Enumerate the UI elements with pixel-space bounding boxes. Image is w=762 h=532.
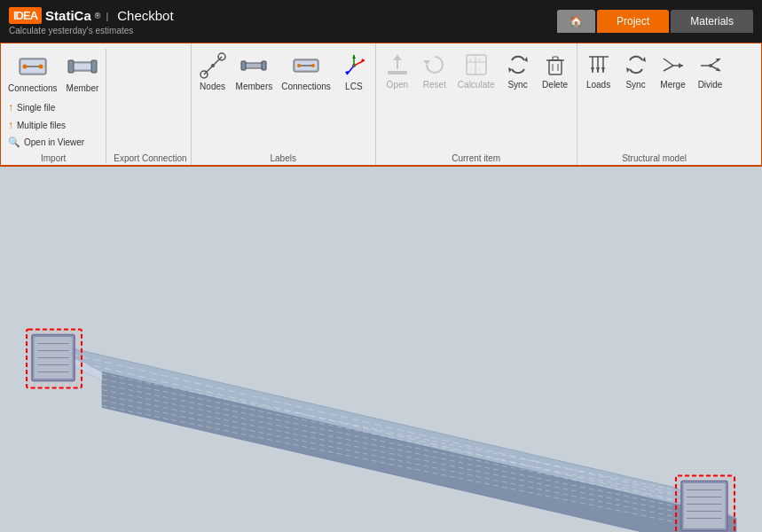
ribbon: Connections Member ↑ Single fi <box>0 43 762 167</box>
svg-marker-52 <box>601 67 605 73</box>
svg-marker-58 <box>679 63 683 68</box>
svg-point-4 <box>38 65 43 69</box>
label-lcs-button[interactable]: LCS <box>336 49 372 94</box>
current-reset-button[interactable]: Reset <box>417 49 452 92</box>
canvas-area <box>0 167 762 532</box>
connections-label: Connections <box>281 82 331 91</box>
svg-rect-15 <box>262 61 266 70</box>
structural-merge-button[interactable]: Merge <box>656 49 691 92</box>
svg-rect-13 <box>243 63 264 68</box>
svg-marker-29 <box>393 55 402 60</box>
label-members-button[interactable]: Members <box>232 49 277 94</box>
connections-large-icon <box>18 51 48 82</box>
structural-section-label: Structural model <box>622 153 687 163</box>
svg-rect-14 <box>241 61 246 70</box>
sync2-icon <box>623 51 649 78</box>
logo-box: IDEA <box>9 7 42 24</box>
svg-point-3 <box>22 65 27 69</box>
single-file-label: Single file <box>17 103 55 113</box>
ribbon-section-labels: Nodes Members Conn <box>192 43 376 165</box>
connections-label-icon <box>292 51 320 80</box>
logo-area: IDEA StatiCa ® | Checkbot Calculate yest… <box>9 7 174 35</box>
svg-text:+: + <box>469 57 473 62</box>
merge-label: Merge <box>660 80 685 90</box>
svg-marker-50 <box>591 67 594 73</box>
svg-marker-54 <box>626 67 630 73</box>
svg-marker-65 <box>40 341 736 519</box>
current-open-button[interactable]: Open <box>380 49 415 92</box>
svg-text:÷: ÷ <box>478 66 482 72</box>
svg-rect-30 <box>388 71 407 74</box>
tab-home[interactable]: 🏠 <box>557 10 595 33</box>
delete-icon <box>542 51 569 78</box>
svg-text:−: − <box>469 66 473 72</box>
structural-loads-button[interactable]: Loads <box>581 49 617 92</box>
lcs-label: LCS <box>345 82 362 91</box>
svg-point-12 <box>211 64 215 67</box>
current-item-section-label: Current item <box>452 153 500 163</box>
svg-line-56 <box>664 66 673 71</box>
structural-sync-label: Sync <box>625 80 645 90</box>
ribbon-section-structural: Loads Sync Merge <box>577 43 732 165</box>
loads-icon <box>585 51 612 78</box>
viewer-icon: 🔍 <box>8 137 20 148</box>
svg-rect-84 <box>27 330 82 388</box>
export-connection-section-label: Export Connection <box>114 153 186 163</box>
svg-marker-40 <box>508 67 512 73</box>
import-connections-button[interactable]: Connections <box>4 49 61 96</box>
open-label: Open <box>387 80 408 90</box>
svg-point-19 <box>297 64 301 67</box>
beam-visualization <box>0 167 762 532</box>
open-icon <box>384 51 411 78</box>
current-delete-button[interactable]: Delete <box>538 49 573 92</box>
calculate-label: Calculate <box>458 80 495 90</box>
structural-sync-button[interactable]: Sync <box>618 49 654 92</box>
top-bar: IDEA StatiCa ® | Checkbot Calculate yest… <box>0 0 762 43</box>
members-label: Members <box>236 82 273 91</box>
structural-divide-button[interactable]: Divide <box>693 49 728 92</box>
reset-label: Reset <box>423 80 446 90</box>
registered-mark: ® <box>95 12 101 20</box>
lcs-icon <box>340 51 368 80</box>
label-connections-button[interactable]: Connections <box>278 49 334 94</box>
loads-label: Loads <box>586 80 610 90</box>
import-single-file-button[interactable]: ↑ Single file <box>4 99 88 115</box>
tab-materials[interactable]: Materials <box>671 10 753 33</box>
label-nodes-button[interactable]: Nodes <box>195 49 231 94</box>
import-member-button[interactable]: Member <box>63 49 103 96</box>
delete-label: Delete <box>542 80 568 90</box>
single-file-icon: ↑ <box>8 101 13 113</box>
import-connections-label: Connections <box>8 83 58 93</box>
import-multiple-files-button[interactable]: ↑ Multiple files <box>4 117 88 133</box>
divide-icon <box>697 51 724 78</box>
sync-icon <box>505 51 531 78</box>
multiple-files-icon: ↑ <box>8 119 13 131</box>
nodes-label: Nodes <box>200 82 225 91</box>
svg-marker-66 <box>102 372 736 533</box>
svg-point-27 <box>352 64 356 67</box>
sync-label: Sync <box>507 80 527 90</box>
current-sync-button[interactable]: Sync <box>500 49 536 92</box>
members-icon <box>240 51 268 80</box>
divide-label: Divide <box>698 80 723 90</box>
svg-marker-51 <box>596 67 600 73</box>
nodes-icon <box>199 51 227 80</box>
current-calculate-button[interactable]: + − × ÷ Calculate <box>454 49 499 92</box>
nav-tabs: 🏠 Project Materials <box>557 10 753 33</box>
svg-rect-8 <box>91 60 97 73</box>
import-member-label: Member <box>67 83 99 93</box>
svg-point-20 <box>311 64 315 67</box>
merge-icon <box>660 51 687 78</box>
svg-rect-6 <box>72 64 93 69</box>
tab-project[interactable]: Project <box>597 10 669 33</box>
calculate-icon: + − × ÷ <box>463 51 490 78</box>
import-section-label: Import <box>41 153 66 163</box>
open-in-viewer-button[interactable]: 🔍 Open in Viewer <box>4 135 88 150</box>
svg-marker-31 <box>423 60 430 65</box>
svg-rect-43 <box>553 57 558 60</box>
reset-icon <box>421 51 448 78</box>
ribbon-section-import: Connections Member ↑ Single fi <box>1 43 192 165</box>
svg-line-21 <box>354 60 365 66</box>
svg-rect-92 <box>676 476 735 533</box>
svg-text:×: × <box>478 57 482 62</box>
